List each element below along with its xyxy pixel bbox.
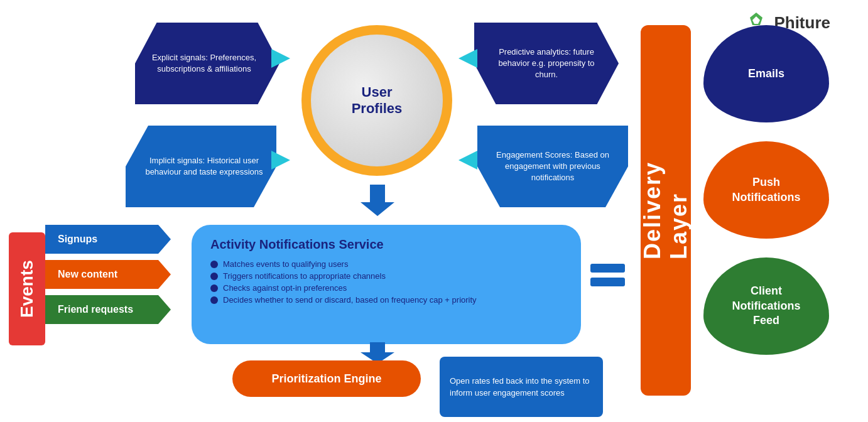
delivery-layer-label: DeliveryLayer	[639, 161, 692, 259]
delivery-layer-bar: DeliveryLayer	[641, 25, 691, 396]
connector-right-top	[458, 49, 484, 68]
equals-sign	[590, 264, 625, 286]
connector-bar	[370, 185, 385, 198]
bullet-dot-icon	[210, 273, 218, 280]
delivery-channels-container: Emails PushNotifications ClientNotificat…	[703, 25, 829, 355]
pentagon-bottom-right: Engagement Scores: Based on engagement w…	[477, 126, 628, 207]
signups-arrow: Signups	[45, 225, 171, 254]
events-label: Events	[9, 232, 45, 345]
activity-title: Activity Notifications Service	[210, 237, 562, 252]
emails-label: Emails	[748, 67, 784, 81]
equals-bar-top	[590, 264, 625, 273]
bullet-item-2: Triggers notifications to appropriate ch…	[210, 271, 562, 281]
open-rates-box: Open rates fed back into the system to i…	[440, 357, 603, 417]
teal-arrow-icon	[458, 49, 477, 68]
activity-bullets-list: Matches events to qualifying users Trigg…	[210, 259, 562, 305]
friendrequests-arrow: Friend requests	[45, 295, 171, 324]
open-rates-text: Open rates fed back into the system to i…	[450, 375, 593, 399]
event-arrows-container: Signups New content Friend requests	[45, 225, 171, 324]
down-arrow-connector	[361, 185, 394, 216]
emails-channel: Emails	[703, 25, 829, 122]
event-arrow-newcontent: New content	[45, 260, 171, 289]
event-arrow-friendrequests: Friend requests	[45, 295, 171, 324]
bullet-item-3: Checks against opt-in preferences	[210, 283, 562, 293]
user-profiles-container: UserProfiles	[301, 25, 452, 176]
newcontent-arrow: New content	[45, 260, 171, 289]
pentagon-top-right: Predictive analytics: future behavior e.…	[474, 23, 619, 104]
prioritization-engine-box: Prioritization Engine	[232, 360, 421, 397]
connector-right-bottom	[458, 151, 484, 170]
client-feed-label: ClientNotificationsFeed	[732, 284, 800, 328]
bullet-dot-icon	[210, 284, 218, 292]
push-notifications-label: PushNotifications	[732, 175, 800, 205]
user-profiles-inner: UserProfiles	[311, 35, 443, 166]
pentagon-bottom-left: Implicit signals: Historical user behavi…	[126, 126, 276, 207]
client-feed-channel: ClientNotificationsFeed	[703, 257, 829, 355]
activity-notifications-box: Activity Notifications Service Matches e…	[192, 225, 581, 344]
connector-left-bottom	[271, 151, 296, 170]
event-arrow-signups: Signups	[45, 225, 171, 254]
pentagon-top-left: Explicit signals: Preferences, subscript…	[135, 23, 279, 104]
connector-top-bar	[370, 342, 385, 350]
push-notifications-channel: PushNotifications	[703, 141, 829, 239]
prioritization-title: Prioritization Engine	[271, 372, 381, 386]
connector-left-top	[271, 49, 296, 68]
teal-arrow-icon	[271, 151, 290, 170]
user-profiles-outer-ring: UserProfiles	[301, 25, 452, 176]
teal-arrow-icon	[458, 151, 477, 170]
bullet-item-1: Matches events to qualifying users	[210, 259, 562, 269]
bullet-dot-icon	[210, 296, 218, 304]
user-profiles-title: UserProfiles	[352, 84, 403, 117]
teal-arrow-icon	[271, 49, 290, 68]
bullet-dot-icon	[210, 261, 218, 268]
equals-bar-bottom	[590, 278, 625, 286]
bullet-item-4: Decides whether to send or discard, base…	[210, 295, 562, 305]
connector-arrow-icon	[361, 202, 394, 216]
